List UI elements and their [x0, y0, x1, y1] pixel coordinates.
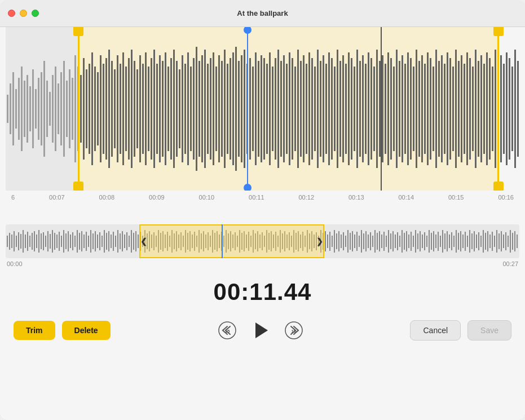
svg-rect-336 — [354, 235, 355, 248]
svg-rect-354 — [395, 235, 396, 248]
trim-button[interactable]: Trim — [14, 321, 55, 340]
svg-rect-391 — [478, 232, 479, 250]
svg-rect-83 — [241, 55, 242, 162]
svg-rect-105 — [303, 55, 305, 162]
svg-rect-63 — [184, 64, 186, 154]
mini-waveform-container[interactable] — [6, 224, 519, 258]
svg-rect-60 — [176, 61, 178, 157]
svg-rect-396 — [489, 235, 491, 248]
main-content: 6 00:07 00:08 00:09 00:10 00:11 00:12 00… — [0, 27, 525, 420]
svg-rect-128 — [368, 52, 369, 165]
svg-rect-165 — [472, 67, 474, 151]
svg-rect-110 — [317, 50, 319, 168]
timeline-label-8: 00:14 — [398, 194, 414, 206]
svg-rect-223 — [99, 232, 100, 250]
trim-handle-right[interactable] — [497, 27, 499, 191]
svg-rect-325 — [329, 232, 330, 251]
svg-rect-327 — [334, 230, 335, 253]
svg-rect-358 — [404, 233, 405, 250]
svg-rect-357 — [402, 230, 403, 253]
mini-handle-left[interactable] — [139, 224, 148, 258]
timeline-label-0: 6 — [11, 194, 15, 206]
svg-rect-121 — [348, 52, 350, 165]
svg-rect-103 — [297, 50, 299, 168]
trim-handle-left[interactable] — [78, 27, 80, 191]
svg-rect-374 — [440, 236, 441, 247]
cancel-button[interactable]: Cancel — [410, 320, 461, 341]
svg-rect-133 — [382, 55, 383, 162]
svg-rect-390 — [476, 235, 477, 248]
svg-rect-33 — [100, 55, 102, 162]
forward-15-button[interactable]: 15 — [283, 320, 305, 341]
svg-rect-194 — [34, 231, 35, 251]
svg-rect-114 — [328, 52, 330, 165]
svg-rect-86 — [249, 58, 251, 160]
svg-rect-349 — [383, 232, 385, 251]
svg-rect-37 — [111, 61, 113, 157]
svg-text:15: 15 — [224, 329, 230, 334]
svg-rect-179 — [511, 67, 513, 151]
svg-rect-134 — [385, 64, 386, 154]
svg-rect-407 — [514, 231, 515, 251]
svg-rect-108 — [311, 58, 313, 160]
svg-rect-362 — [413, 236, 414, 247]
svg-rect-227 — [108, 231, 109, 251]
svg-rect-87 — [252, 67, 254, 151]
svg-rect-55 — [162, 61, 164, 157]
title-bar: At the ballpark — [0, 0, 525, 27]
svg-rect-384 — [462, 235, 464, 248]
minimize-button[interactable] — [20, 10, 27, 17]
svg-rect-207 — [63, 230, 64, 253]
timestamp-value: 00:11.44 — [214, 278, 312, 305]
svg-rect-125 — [359, 61, 361, 157]
svg-rect-50 — [148, 67, 149, 151]
svg-rect-96 — [277, 50, 279, 168]
svg-rect-70 — [204, 50, 206, 168]
svg-rect-333 — [347, 230, 348, 253]
svg-rect-111 — [320, 61, 321, 157]
svg-rect-341 — [365, 231, 367, 251]
svg-rect-387 — [469, 230, 470, 253]
svg-rect-376 — [444, 233, 445, 249]
svg-rect-156 — [447, 52, 448, 165]
timestamp-display: 00:11.44 — [0, 267, 525, 311]
svg-rect-42 — [125, 67, 127, 151]
rewind-15-button[interactable]: 15 — [217, 320, 238, 341]
maximize-button[interactable] — [32, 10, 39, 17]
svg-rect-230 — [115, 236, 116, 247]
svg-rect-343 — [370, 232, 371, 250]
svg-rect-124 — [356, 50, 358, 168]
svg-rect-61 — [179, 69, 180, 148]
svg-rect-81 — [235, 47, 237, 171]
svg-rect-68 — [198, 61, 200, 157]
svg-rect-123 — [354, 67, 355, 151]
svg-rect-221 — [95, 231, 96, 251]
svg-rect-323 — [325, 231, 326, 251]
svg-rect-129 — [370, 58, 372, 160]
delete-button[interactable]: Delete — [62, 321, 111, 340]
svg-rect-402 — [503, 235, 504, 248]
svg-rect-226 — [106, 233, 107, 250]
timeline-label-5: 00:11 — [249, 194, 264, 206]
timeline-label-2: 00:08 — [99, 194, 115, 206]
playhead[interactable] — [247, 27, 248, 191]
svg-rect-94 — [272, 67, 273, 151]
play-button[interactable] — [249, 319, 272, 342]
svg-rect-229 — [113, 232, 114, 251]
waveform-canvas — [6, 27, 519, 191]
svg-rect-370 — [431, 233, 432, 250]
svg-rect-377 — [447, 231, 448, 251]
svg-rect-35 — [105, 58, 107, 160]
svg-rect-163 — [466, 52, 468, 165]
svg-rect-151 — [433, 67, 434, 151]
svg-rect-54 — [159, 55, 161, 162]
mini-handle-right[interactable] — [315, 224, 324, 258]
waveform-container[interactable]: 6 00:07 00:08 00:09 00:10 00:11 00:12 00… — [6, 27, 519, 219]
waveform-svg — [6, 27, 519, 191]
svg-rect-330 — [341, 235, 342, 248]
svg-rect-175 — [500, 55, 502, 162]
svg-rect-344 — [372, 236, 373, 247]
svg-rect-45 — [134, 61, 135, 157]
close-button[interactable] — [8, 10, 15, 17]
svg-rect-371 — [433, 231, 434, 251]
